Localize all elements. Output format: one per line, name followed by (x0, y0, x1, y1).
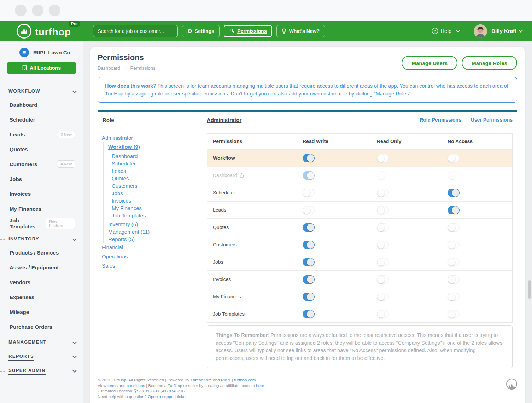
tree-item-invoices[interactable]: Invoices (108, 197, 201, 204)
tree-item-jobs[interactable]: Jobs (108, 189, 201, 197)
riipl-link[interactable]: RIIPL (221, 378, 231, 382)
user-avatar[interactable] (474, 24, 487, 38)
window-control-dot[interactable] (49, 5, 60, 16)
manage-users-button[interactable]: Manage Users (402, 56, 457, 70)
support-ticket-link[interactable]: Open a support ticket (148, 395, 186, 399)
toggle-knob (448, 310, 455, 318)
no-access-toggle-quotes[interactable] (448, 223, 460, 232)
tree-group-management-11[interactable]: Management (11) (108, 228, 201, 235)
toggle-knob (377, 224, 385, 231)
read-only-toggle-invoices[interactable] (377, 275, 389, 284)
permissions-button[interactable]: Permissions (224, 25, 272, 37)
no-access-toggle-scheduler[interactable] (448, 189, 460, 197)
read-write-toggle-scheduler[interactable] (303, 189, 315, 197)
selected-role-link[interactable]: Administrator (207, 117, 241, 123)
sidebar-item-dashboard[interactable]: Dashboard (0, 97, 83, 112)
tree-item-customers[interactable]: Customers (108, 182, 201, 189)
sidebar-item-job-templates[interactable]: Job TemplatesNew Feature (0, 216, 83, 231)
coordinates-link[interactable]: 33.3938688,-86.8745216 (139, 389, 185, 393)
lightbulb-icon (282, 28, 286, 34)
tree-role-administrator[interactable]: Administrator (102, 133, 201, 142)
read-write-toggle-my-finances[interactable] (303, 293, 315, 301)
turfhop-widget-logo[interactable] (506, 379, 517, 390)
help-menu[interactable]: ? Help (432, 28, 460, 34)
tree-item-leads[interactable]: Leads (108, 167, 201, 175)
read-only-toggle-leads[interactable] (377, 206, 389, 214)
no-access-toggle-my-finances[interactable] (448, 293, 460, 301)
tab-role-permissions[interactable]: Role Permissions (420, 117, 461, 123)
search-input[interactable] (93, 25, 178, 37)
no-access-toggle-customers[interactable] (448, 241, 460, 249)
affiliate-here-link[interactable]: here (256, 384, 264, 388)
row-label-cell: Jobs (207, 253, 297, 270)
breadcrumb-permissions[interactable]: Permissions (130, 65, 156, 71)
tree-group-workflow-9[interactable]: Workflow (9) (108, 142, 201, 152)
tree-group-reports-5[interactable]: Reports (5) (108, 235, 201, 243)
window-control-dot[interactable] (15, 5, 27, 16)
read-write-toggle-quotes[interactable] (303, 223, 315, 232)
no-access-toggle-workflow[interactable] (448, 154, 460, 162)
settings-button[interactable]: ⚙ Settings (182, 25, 220, 37)
whats-new-button[interactable]: What's New? (276, 25, 325, 37)
sidebar-item-vendors[interactable]: Vendors (0, 275, 83, 290)
row-label: Jobs (213, 259, 223, 265)
no-access-toggle-jobs[interactable] (448, 258, 460, 266)
breadcrumb-dashboard[interactable]: Dashboard (98, 65, 120, 71)
tree-item-scheduler[interactable]: Scheduler (108, 160, 201, 167)
sidebar-item-my-finances[interactable]: My Finances (0, 201, 83, 216)
tree-item-job-templates[interactable]: Job Templates (108, 212, 201, 219)
turfhop-com-link[interactable]: turfhop.com (234, 378, 256, 382)
tree-role-financial[interactable]: Financial (102, 243, 201, 252)
sidebar-item-assets-equipment[interactable]: Assets / Equipment (0, 260, 83, 275)
read-write-toggle-workflow[interactable] (303, 154, 315, 162)
tree-item-my-finances[interactable]: My Finances (108, 204, 201, 212)
read-only-toggle-jobs[interactable] (377, 258, 389, 266)
sidebar-section-workflow[interactable]: WORKFLOW (0, 87, 83, 97)
read-write-toggle-jobs[interactable] (303, 258, 315, 266)
read-only-toggle-customers[interactable] (377, 241, 389, 249)
sidebar-item-invoices[interactable]: Invoices (0, 186, 83, 201)
tab-user-permissions[interactable]: User Permissions (471, 117, 513, 123)
all-locations-button[interactable]: All Locations (7, 62, 76, 74)
no-access-toggle-invoices[interactable] (448, 275, 460, 284)
sidebar-section-super-admin[interactable]: SUPER ADMIN (0, 366, 83, 376)
sidebar-section-inventory[interactable]: INVENTORY (0, 234, 83, 245)
tree-role-sales[interactable]: Sales (102, 261, 201, 270)
chevron-down-icon[interactable] (519, 28, 522, 32)
tree-group-inventory-6[interactable]: Inventory (6) (108, 221, 201, 228)
row-label-cell: Scheduler (207, 184, 297, 201)
sidebar-item-mileage[interactable]: Mileage (0, 304, 83, 319)
sidebar-section-reports[interactable]: REPORTS (0, 352, 83, 362)
sidebar-section-management[interactable]: MANAGEMENT (0, 338, 83, 348)
read-only-toggle-scheduler[interactable] (377, 189, 389, 197)
sidebar-item-scheduler[interactable]: Scheduler (0, 112, 83, 127)
read-only-toggle-workflow[interactable] (377, 154, 389, 162)
read-write-toggle-job-templates[interactable] (303, 310, 315, 318)
tree-item-dashboard[interactable]: Dashboard (108, 152, 201, 160)
window-control-dot[interactable] (32, 5, 43, 16)
read-only-toggle-my-finances[interactable] (377, 293, 389, 301)
read-only-toggle-job-templates[interactable] (377, 310, 389, 318)
read-write-toggle-customers[interactable] (303, 241, 315, 249)
read-only-toggle-quotes[interactable] (377, 223, 389, 232)
user-name[interactable]: Billy Kraft (491, 28, 516, 34)
tree-role-operations[interactable]: Operations (102, 252, 201, 261)
vertical-scrollbar-thumb[interactable] (528, 280, 531, 299)
sidebar-item-purchase-orders[interactable]: Purchase Orders (0, 319, 83, 334)
sidebar-item-jobs[interactable]: Jobs (0, 171, 83, 186)
no-access-toggle-leads[interactable] (448, 206, 460, 214)
no-access-toggle-job-templates[interactable] (448, 310, 460, 318)
sidebar-item-leads[interactable]: Leads3 New (0, 127, 83, 142)
sidebar-item-products-services[interactable]: Products / Services (0, 245, 83, 260)
tree-item-quotes[interactable]: Quotes (108, 175, 201, 182)
read-write-toggle-invoices[interactable] (303, 275, 315, 284)
read-write-toggle-leads[interactable] (303, 206, 315, 214)
manage-roles-button[interactable]: Manage Roles (462, 56, 517, 70)
sidebar-item-customers[interactable]: Customers4 New (0, 157, 83, 171)
brand-logo-group[interactable]: turfhop Pro (16, 23, 71, 39)
sidebar-item-quotes[interactable]: Quotes (0, 142, 83, 157)
threadkore-link[interactable]: ThreadKore (190, 378, 212, 382)
sidebar-item-expenses[interactable]: Expenses (0, 290, 83, 304)
company-row[interactable]: R RIIPL Lawn Co (0, 48, 83, 57)
terms-link[interactable]: terms and conditions (107, 384, 145, 388)
